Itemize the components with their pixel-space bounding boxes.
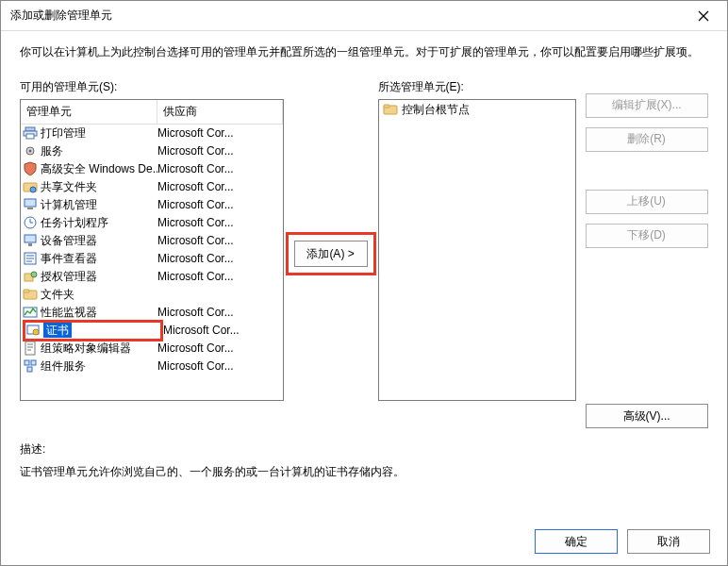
console-root-label: 控制台根节点 xyxy=(402,102,470,118)
item-name: 打印管理 xyxy=(41,125,157,142)
item-vendor: Microsoft Cor... xyxy=(157,306,281,319)
dialog-content: 你可以在计算机上为此控制台选择可用的管理单元并配置所选的一组管理单元。对于可扩展… xyxy=(1,31,727,518)
svg-point-26 xyxy=(33,329,39,335)
auth-icon xyxy=(23,269,38,284)
description-text: 证书管理单元允许你浏览自己的、一个服务的或一台计算机的证书存储内容。 xyxy=(20,463,708,480)
available-listbox[interactable]: 管理单元 供应商 打印管理Microsoft Cor...服务Microsoft… xyxy=(20,99,284,401)
available-item[interactable]: 任务计划程序Microsoft Cor... xyxy=(21,214,283,232)
item-name: 服务 xyxy=(41,143,157,159)
description-label: 描述: xyxy=(20,441,708,458)
clock-icon xyxy=(23,215,38,230)
item-vendor: Microsoft Cor... xyxy=(157,198,281,211)
available-item[interactable]: 组策略对象编辑器Microsoft Cor... xyxy=(21,340,283,358)
header-name[interactable]: 管理单元 xyxy=(21,100,157,124)
console-root-item[interactable]: 控制台根节点 xyxy=(379,100,575,120)
item-name: 性能监视器 xyxy=(41,305,157,321)
available-item[interactable]: 打印管理Microsoft Cor... xyxy=(21,125,283,142)
ok-button[interactable]: 确定 xyxy=(535,529,618,554)
svg-rect-4 xyxy=(26,134,34,139)
item-name: 事件查看器 xyxy=(41,251,157,267)
titlebar: 添加或删除管理单元 xyxy=(1,1,727,31)
add-button[interactable]: 添加(A) > xyxy=(294,241,368,267)
item-name: 共享文件夹 xyxy=(41,179,157,195)
actions-column: 编辑扩展(X)... 删除(R) 上移(U) 下移(D) 高级(V)... xyxy=(586,79,708,429)
window-title: 添加或删除管理单元 xyxy=(10,8,689,24)
printer-icon xyxy=(23,125,38,141)
item-vendor: Microsoft Cor... xyxy=(157,216,281,229)
svg-point-6 xyxy=(29,150,32,153)
available-list-header: 管理单元 供应商 xyxy=(21,100,283,125)
available-item[interactable]: 文件夹 xyxy=(21,286,283,304)
available-item[interactable]: 事件查看器Microsoft Cor... xyxy=(21,250,283,268)
item-vendor: Microsoft Cor... xyxy=(157,234,281,247)
available-column: 可用的管理单元(S): 管理单元 供应商 打印管理Microsoft Cor..… xyxy=(20,79,284,429)
folder-share-icon xyxy=(23,179,38,194)
item-name: 组件服务 xyxy=(41,358,157,375)
item-vendor: Microsoft Cor... xyxy=(157,359,281,373)
item-name: 高级安全 Windows De... xyxy=(41,161,157,177)
item-name: 授权管理器 xyxy=(41,269,157,285)
event-icon xyxy=(23,251,38,266)
item-vendor: Microsoft Cor... xyxy=(163,324,281,337)
item-name: 计算机管理 xyxy=(41,197,157,213)
svg-point-21 xyxy=(31,272,37,277)
available-item[interactable]: 设备管理器Microsoft Cor... xyxy=(21,232,283,250)
item-vendor: Microsoft Cor... xyxy=(157,180,281,193)
dialog-footer: 确定 取消 xyxy=(1,518,727,565)
cert-icon xyxy=(25,323,41,338)
folder-icon xyxy=(23,287,38,302)
device-icon xyxy=(23,233,38,248)
svg-rect-33 xyxy=(27,367,32,372)
dialog-window: 添加或删除管理单元 你可以在计算机上为此控制台选择可用的管理单元并配置所选的一组… xyxy=(0,0,728,566)
svg-rect-35 xyxy=(384,105,389,108)
close-icon xyxy=(698,10,709,22)
close-button[interactable] xyxy=(689,2,718,30)
svg-rect-23 xyxy=(24,290,29,292)
remove-button[interactable]: 删除(R) xyxy=(586,127,708,152)
folder-icon xyxy=(383,102,398,117)
add-button-highlight: 添加(A) > xyxy=(286,232,376,275)
selected-column: 所选管理单元(E): 控制台根节点 xyxy=(378,79,576,429)
item-name: 设备管理器 xyxy=(41,233,157,249)
gear-icon xyxy=(23,143,38,158)
item-vendor: Microsoft Cor... xyxy=(157,270,281,283)
policy-icon xyxy=(23,341,38,356)
move-down-button[interactable]: 下移(D) xyxy=(586,224,708,248)
selected-label: 所选管理单元(E): xyxy=(378,79,576,95)
available-label: 可用的管理单元(S): xyxy=(20,79,284,95)
item-vendor: Microsoft Cor... xyxy=(157,341,281,355)
item-vendor: Microsoft Cor... xyxy=(157,162,281,175)
advanced-button[interactable]: 高级(V)... xyxy=(586,404,708,428)
available-item[interactable]: 组件服务Microsoft Cor... xyxy=(21,358,283,375)
svg-rect-10 xyxy=(27,208,33,209)
item-vendor: Microsoft Cor... xyxy=(157,144,281,158)
available-item[interactable]: 共享文件夹Microsoft Cor... xyxy=(21,178,283,196)
item-name: 组策略对象编辑器 xyxy=(41,341,157,357)
header-vendor[interactable]: 供应商 xyxy=(157,100,283,124)
component-icon xyxy=(23,358,38,374)
item-name: 证书 xyxy=(43,323,160,339)
svg-rect-15 xyxy=(28,243,32,246)
svg-rect-14 xyxy=(25,235,36,242)
available-item[interactable]: 服务Microsoft Cor... xyxy=(21,142,283,160)
svg-rect-9 xyxy=(25,199,36,207)
item-vendor: Microsoft Cor... xyxy=(157,252,281,265)
shield-icon xyxy=(23,161,38,176)
available-item[interactable]: 高级安全 Windows De...Microsoft Cor... xyxy=(21,160,283,178)
cancel-button[interactable]: 取消 xyxy=(627,529,710,554)
intro-text: 你可以在计算机上为此控制台选择可用的管理单元并配置所选的一组管理单元。对于可扩展… xyxy=(20,44,708,60)
move-up-button[interactable]: 上移(U) xyxy=(586,190,708,214)
available-item[interactable]: 证书Microsoft Cor... xyxy=(21,322,283,340)
edit-extensions-button[interactable]: 编辑扩展(X)... xyxy=(586,93,708,118)
selected-listbox[interactable]: 控制台根节点 xyxy=(378,99,576,401)
available-item[interactable]: 计算机管理Microsoft Cor... xyxy=(21,196,283,214)
item-vendor: Microsoft Cor... xyxy=(157,126,281,140)
perf-icon xyxy=(23,305,38,320)
svg-rect-32 xyxy=(31,360,36,365)
middle-column: 添加(A) > xyxy=(293,79,369,429)
svg-rect-31 xyxy=(25,360,29,365)
computer-icon xyxy=(23,197,38,212)
svg-rect-2 xyxy=(25,127,35,131)
item-name: 任务计划程序 xyxy=(41,215,157,231)
available-item[interactable]: 授权管理器Microsoft Cor... xyxy=(21,268,283,286)
